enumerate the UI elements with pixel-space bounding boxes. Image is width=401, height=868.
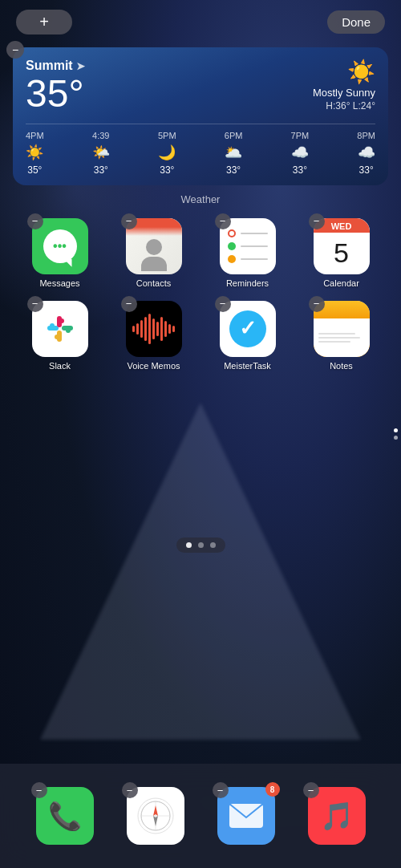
messages-label: Messages xyxy=(39,278,79,288)
notes-label: Notes xyxy=(330,361,353,371)
slack-remove-button[interactable]: − xyxy=(27,296,43,312)
weather-hour: 4:39 🌤️ 33° xyxy=(92,131,110,176)
dock-music[interactable]: − 🎵 xyxy=(308,787,366,845)
weather-hour: 8PM ☁️ 33° xyxy=(357,131,375,176)
app-messages[interactable]: − ••• Messages xyxy=(13,212,107,294)
meistertask-remove-button[interactable]: − xyxy=(215,296,231,312)
app-voicememos[interactable]: − xyxy=(107,294,200,377)
reminders-remove-button[interactable]: − xyxy=(215,213,231,229)
scroll-dot-2 xyxy=(394,436,398,440)
weather-widget-label: Weather xyxy=(0,193,401,205)
voicememos-label: Voice Memos xyxy=(127,361,180,371)
weather-info: Summit ➤ 35° xyxy=(26,59,85,116)
app-notes[interactable]: − Notes xyxy=(294,294,388,377)
scroll-dot-1 xyxy=(394,428,398,432)
app-reminders[interactable]: − xyxy=(200,212,294,294)
svg-point-7 xyxy=(55,335,59,339)
safari-remove-button[interactable]: − xyxy=(122,782,138,798)
dock-mail[interactable]: − 8 xyxy=(217,787,275,845)
notes-line-1 xyxy=(318,333,355,335)
svg-point-5 xyxy=(66,328,71,333)
app-grid: − ••• Messages − xyxy=(0,212,401,377)
weather-hour: 7PM ☁️ 33° xyxy=(291,131,310,176)
weather-high-low: H:36° L:24° xyxy=(326,100,375,112)
done-button[interactable]: Done xyxy=(327,10,385,34)
app-slack[interactable]: − Sl xyxy=(13,294,107,377)
weather-temperature: 35° xyxy=(26,73,85,116)
voicememos-remove-button[interactable]: − xyxy=(121,296,137,312)
phone-remove-button[interactable]: − xyxy=(31,782,47,798)
slack-label: Slack xyxy=(49,361,71,371)
mail-badge: 8 xyxy=(265,782,280,797)
scroll-indicators xyxy=(394,428,398,440)
notes-line-3 xyxy=(318,341,351,343)
calendar-remove-button[interactable]: − xyxy=(309,213,325,229)
weather-sun-icon: ☀️ xyxy=(347,59,375,85)
weather-remove-button[interactable]: − xyxy=(6,41,24,59)
weather-location: Summit ➤ xyxy=(26,59,85,73)
svg-point-4 xyxy=(50,323,55,328)
messages-remove-button[interactable]: − xyxy=(27,213,43,229)
notes-remove-button[interactable]: − xyxy=(309,296,325,312)
music-remove-button[interactable]: − xyxy=(303,782,319,798)
page-dot-2[interactable] xyxy=(198,542,204,548)
weather-hour: 4PM ☀️ 35° xyxy=(26,131,44,176)
notes-line-2 xyxy=(318,337,360,339)
music-note-icon: 🎵 xyxy=(320,800,354,832)
svg-point-6 xyxy=(59,318,64,323)
mail-remove-button[interactable]: − xyxy=(213,782,229,798)
page-dot-3[interactable] xyxy=(210,542,216,548)
add-widget-button[interactable]: + xyxy=(16,10,72,34)
app-meistertask[interactable]: − ✓ MeisterTask xyxy=(200,294,294,377)
weather-hour: 6PM 🌥️ 33° xyxy=(225,131,243,176)
phone-symbol: 📞 xyxy=(48,800,82,832)
page-indicators xyxy=(176,537,225,553)
weather-widget[interactable]: − Summit ➤ 35° ☀️ Mostly Sunny H:36° L:2… xyxy=(13,47,388,185)
top-bar: + Done xyxy=(0,0,401,44)
notes-lines xyxy=(314,318,370,357)
weather-condition: ☀️ Mostly Sunny H:36° L:24° xyxy=(313,59,375,112)
calendar-date: 5 xyxy=(314,233,370,274)
contacts-label: Contacts xyxy=(136,278,171,288)
weather-top: Summit ➤ 35° ☀️ Mostly Sunny H:36° L:24° xyxy=(26,59,375,116)
reminders-label: Reminders xyxy=(226,278,269,288)
screen: + Done − Summit ➤ 35° ☀️ Mostly Sunny H:… xyxy=(0,0,401,868)
app-calendar[interactable]: − WED 5 Calendar xyxy=(294,212,388,294)
dock-safari[interactable]: − xyxy=(127,787,184,845)
calendar-label: Calendar xyxy=(323,278,359,288)
weather-hour: 5PM 🌙 33° xyxy=(158,131,176,176)
waveform xyxy=(132,314,175,344)
meistertask-label: MeisterTask xyxy=(224,361,271,371)
dock-phone[interactable]: − 📞 xyxy=(36,787,94,845)
app-contacts[interactable]: − Contacts xyxy=(107,212,200,294)
location-arrow-icon: ➤ xyxy=(76,60,85,72)
weather-description: Mostly Sunny xyxy=(313,87,375,99)
contacts-remove-button[interactable]: − xyxy=(121,213,137,229)
weather-hourly: 4PM ☀️ 35° 4:39 🌤️ 33° 5PM 🌙 33° 6PM 🌥️ … xyxy=(26,124,375,176)
dock: − 📞 − xyxy=(0,764,401,868)
page-dot-1[interactable] xyxy=(186,542,192,548)
